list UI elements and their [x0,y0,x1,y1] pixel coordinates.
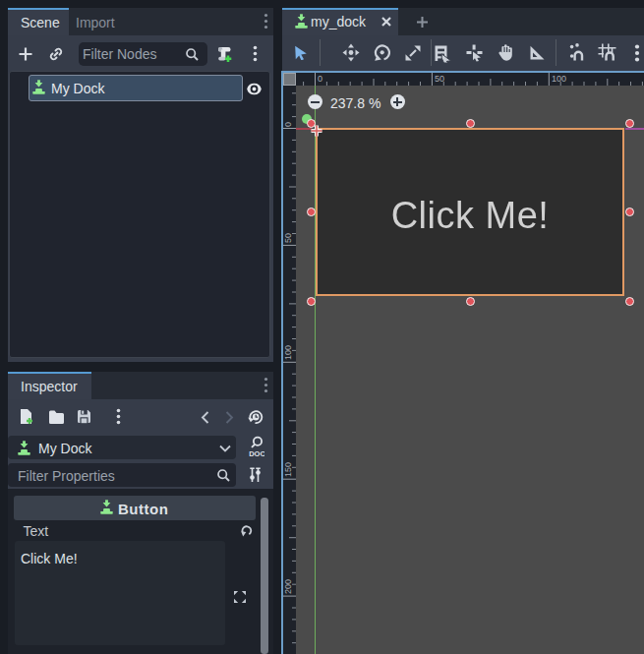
svg-text:0: 0 [318,74,322,84]
svg-text:50: 50 [283,233,293,243]
svg-text:100: 100 [552,74,566,84]
svg-text:DOC: DOC [249,449,264,458]
svg-text:200: 200 [283,579,293,594]
svg-text:50: 50 [435,74,444,84]
svg-text:150: 150 [283,462,293,477]
svg-text:100: 100 [283,345,293,360]
svg-text:0: 0 [283,122,293,127]
